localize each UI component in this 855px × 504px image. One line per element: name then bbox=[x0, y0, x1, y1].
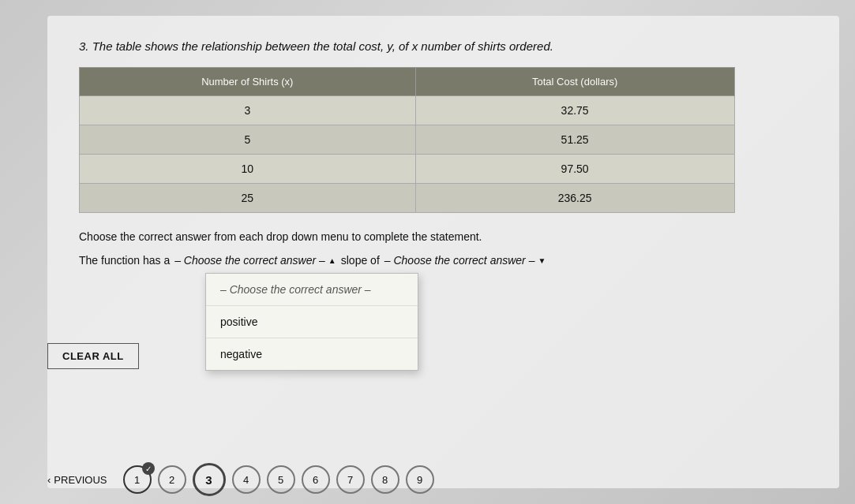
page-button-7[interactable]: 7 bbox=[336, 465, 365, 494]
chevron-left-icon: ‹ bbox=[47, 474, 51, 486]
cell-x: 10 bbox=[80, 155, 416, 184]
page-button-5[interactable]: 5 bbox=[267, 465, 295, 494]
dropdown2-arrow-down-icon: ▼ bbox=[538, 256, 546, 265]
content-area: 3. The table shows the relationship betw… bbox=[47, 16, 839, 488]
dropdown1-trigger[interactable]: – Choose the correct answer – ▲ bbox=[174, 254, 336, 267]
question-text: 3. The table shows the relationship betw… bbox=[79, 39, 808, 53]
table-row: 551.25 bbox=[80, 125, 735, 155]
col-header-x: Number of Shirts (x) bbox=[80, 68, 416, 96]
choose-instruction: Choose the correct answer from each drop… bbox=[79, 230, 808, 243]
data-table: Number of Shirts (x) Total Cost (dollars… bbox=[79, 67, 735, 213]
page-button-9[interactable]: 9 bbox=[406, 465, 434, 494]
table-row: 25236.25 bbox=[80, 184, 735, 213]
table-row: 332.75 bbox=[80, 96, 735, 125]
page-button-4[interactable]: 4 bbox=[232, 465, 261, 494]
function-prefix: The function has a bbox=[79, 254, 170, 267]
previous-label: PREVIOUS bbox=[54, 474, 107, 486]
bottom-navigation: ‹ PREVIOUS 1✓23456789 bbox=[47, 463, 839, 496]
clear-all-button[interactable]: CLEAR ALL bbox=[47, 343, 139, 369]
question-number: 3. bbox=[79, 39, 89, 53]
cell-x: 3 bbox=[80, 96, 416, 125]
dropdown-option-negative[interactable]: negative bbox=[206, 338, 418, 370]
dropdown2-trigger[interactable]: – Choose the correct answer – ▼ bbox=[384, 254, 546, 267]
page-button-6[interactable]: 6 bbox=[302, 465, 330, 494]
table-row: 1097.50 bbox=[80, 155, 735, 184]
dropdown1-arrow-up-icon: ▲ bbox=[328, 256, 336, 265]
col-header-y: Total Cost (dollars) bbox=[415, 68, 734, 96]
cell-y: 32.75 bbox=[415, 96, 734, 125]
previous-link[interactable]: ‹ PREVIOUS bbox=[47, 474, 107, 486]
page-button-2[interactable]: 2 bbox=[158, 465, 186, 494]
page-button-8[interactable]: 8 bbox=[371, 465, 399, 494]
question-body: The table shows the relationship between… bbox=[92, 39, 553, 53]
page-check-icon: ✓ bbox=[142, 462, 155, 475]
page-button-3[interactable]: 3 bbox=[193, 463, 226, 496]
cell-y: 236.25 bbox=[415, 184, 734, 213]
dropdown2-label: – Choose the correct answer – bbox=[384, 254, 535, 267]
function-statement-row: The function has a – Choose the correct … bbox=[79, 254, 808, 267]
cell-x: 25 bbox=[80, 184, 416, 213]
dropdown-panel: – Choose the correct answer – positive n… bbox=[205, 273, 418, 371]
page-button-1[interactable]: 1✓ bbox=[123, 465, 152, 494]
dropdown-option-positive[interactable]: positive bbox=[206, 306, 418, 338]
dropdown-option-placeholder[interactable]: – Choose the correct answer – bbox=[206, 274, 418, 306]
function-middle: slope of bbox=[341, 254, 380, 267]
cell-y: 97.50 bbox=[415, 155, 734, 184]
cell-y: 51.25 bbox=[415, 125, 734, 155]
cell-x: 5 bbox=[80, 125, 416, 155]
dropdown1-label: – Choose the correct answer – bbox=[174, 254, 325, 267]
